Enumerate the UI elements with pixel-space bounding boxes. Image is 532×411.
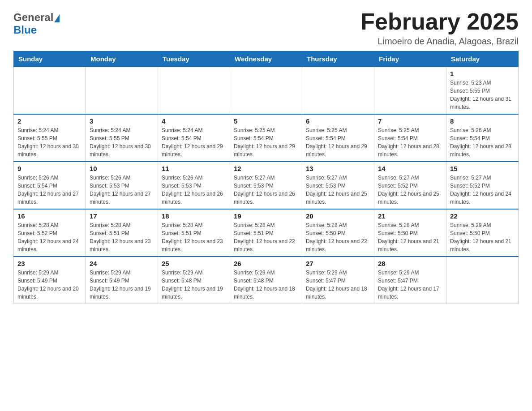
- day-cell-3-6: 22Sunrise: 5:29 AMSunset: 5:50 PMDayligh…: [446, 209, 519, 257]
- col-wednesday: Wednesday: [230, 51, 302, 67]
- day-cell-0-0: [14, 67, 86, 114]
- logo-general-text: General: [13, 11, 53, 24]
- day-cell-3-5: 21Sunrise: 5:28 AMSunset: 5:50 PMDayligh…: [374, 209, 446, 257]
- day-number: 27: [306, 260, 370, 267]
- day-number: 5: [234, 117, 298, 125]
- col-monday: Monday: [86, 51, 158, 67]
- day-info: Sunrise: 5:29 AMSunset: 5:48 PMDaylight:…: [234, 269, 298, 301]
- day-cell-0-6: 1Sunrise: 5:23 AMSunset: 5:55 PMDaylight…: [446, 67, 519, 114]
- day-cell-1-6: 8Sunrise: 5:26 AMSunset: 5:54 PMDaylight…: [446, 114, 519, 162]
- days-of-week-row: Sunday Monday Tuesday Wednesday Thursday…: [14, 51, 519, 67]
- day-info: Sunrise: 5:26 AMSunset: 5:53 PMDaylight:…: [90, 174, 154, 206]
- day-cell-0-1: [86, 67, 158, 114]
- day-info: Sunrise: 5:29 AMSunset: 5:47 PMDaylight:…: [306, 269, 370, 301]
- day-number: 14: [378, 165, 442, 172]
- day-info: Sunrise: 5:28 AMSunset: 5:51 PMDaylight:…: [234, 221, 298, 253]
- day-info: Sunrise: 5:26 AMSunset: 5:54 PMDaylight:…: [17, 174, 82, 206]
- day-cell-3-3: 19Sunrise: 5:28 AMSunset: 5:51 PMDayligh…: [230, 209, 302, 257]
- day-cell-4-1: 24Sunrise: 5:29 AMSunset: 5:49 PMDayligh…: [86, 257, 158, 304]
- day-cell-2-4: 13Sunrise: 5:27 AMSunset: 5:53 PMDayligh…: [302, 162, 374, 209]
- day-info: Sunrise: 5:28 AMSunset: 5:50 PMDaylight:…: [378, 221, 442, 253]
- col-saturday: Saturday: [446, 51, 519, 67]
- day-cell-1-0: 2Sunrise: 5:24 AMSunset: 5:55 PMDaylight…: [14, 114, 86, 162]
- day-number: 8: [450, 117, 515, 125]
- week-row-4: 16Sunrise: 5:28 AMSunset: 5:52 PMDayligh…: [14, 209, 519, 257]
- day-cell-4-2: 25Sunrise: 5:29 AMSunset: 5:48 PMDayligh…: [158, 257, 230, 304]
- day-cell-2-2: 11Sunrise: 5:26 AMSunset: 5:53 PMDayligh…: [158, 162, 230, 209]
- day-info: Sunrise: 5:27 AMSunset: 5:52 PMDaylight:…: [378, 174, 442, 206]
- col-friday: Friday: [374, 51, 446, 67]
- day-info: Sunrise: 5:28 AMSunset: 5:51 PMDaylight:…: [162, 221, 226, 253]
- day-info: Sunrise: 5:29 AMSunset: 5:47 PMDaylight:…: [378, 269, 442, 301]
- day-info: Sunrise: 5:25 AMSunset: 5:54 PMDaylight:…: [306, 126, 370, 158]
- day-info: Sunrise: 5:28 AMSunset: 5:50 PMDaylight:…: [306, 221, 370, 253]
- day-cell-4-0: 23Sunrise: 5:29 AMSunset: 5:49 PMDayligh…: [14, 257, 86, 304]
- day-info: Sunrise: 5:24 AMSunset: 5:54 PMDaylight:…: [162, 126, 226, 158]
- day-info: Sunrise: 5:28 AMSunset: 5:51 PMDaylight:…: [90, 221, 154, 253]
- day-info: Sunrise: 5:27 AMSunset: 5:53 PMDaylight:…: [234, 174, 298, 206]
- day-number: 7: [378, 117, 442, 125]
- day-cell-3-0: 16Sunrise: 5:28 AMSunset: 5:52 PMDayligh…: [14, 209, 86, 257]
- day-number: 28: [378, 260, 442, 267]
- day-number: 23: [17, 260, 82, 267]
- day-info: Sunrise: 5:24 AMSunset: 5:55 PMDaylight:…: [17, 126, 82, 158]
- day-cell-0-4: [302, 67, 374, 114]
- day-number: 12: [234, 165, 298, 172]
- day-info: Sunrise: 5:29 AMSunset: 5:50 PMDaylight:…: [450, 221, 515, 253]
- day-cell-3-4: 20Sunrise: 5:28 AMSunset: 5:50 PMDayligh…: [302, 209, 374, 257]
- day-number: 13: [306, 165, 370, 172]
- day-number: 4: [162, 117, 226, 125]
- day-cell-4-6: [446, 257, 519, 304]
- calendar-header: Sunday Monday Tuesday Wednesday Thursday…: [14, 51, 519, 67]
- day-info: Sunrise: 5:26 AMSunset: 5:53 PMDaylight:…: [162, 174, 226, 206]
- day-number: 6: [306, 117, 370, 125]
- day-info: Sunrise: 5:29 AMSunset: 5:49 PMDaylight:…: [90, 269, 154, 301]
- day-cell-3-2: 18Sunrise: 5:28 AMSunset: 5:51 PMDayligh…: [158, 209, 230, 257]
- day-cell-2-1: 10Sunrise: 5:26 AMSunset: 5:53 PMDayligh…: [86, 162, 158, 209]
- day-cell-1-3: 5Sunrise: 5:25 AMSunset: 5:54 PMDaylight…: [230, 114, 302, 162]
- day-cell-2-5: 14Sunrise: 5:27 AMSunset: 5:52 PMDayligh…: [374, 162, 446, 209]
- page-header: General Blue February 2025 Limoeiro de A…: [13, 9, 519, 47]
- day-info: Sunrise: 5:28 AMSunset: 5:52 PMDaylight:…: [17, 221, 82, 253]
- day-cell-1-2: 4Sunrise: 5:24 AMSunset: 5:54 PMDaylight…: [158, 114, 230, 162]
- day-cell-0-2: [158, 67, 230, 114]
- day-info: Sunrise: 5:25 AMSunset: 5:54 PMDaylight:…: [234, 126, 298, 158]
- day-info: Sunrise: 5:27 AMSunset: 5:52 PMDaylight:…: [450, 174, 515, 206]
- day-number: 3: [90, 117, 154, 125]
- day-cell-2-0: 9Sunrise: 5:26 AMSunset: 5:54 PMDaylight…: [14, 162, 86, 209]
- day-number: 16: [17, 212, 82, 220]
- day-number: 20: [306, 212, 370, 220]
- logo-blue-text: Blue: [13, 24, 37, 36]
- location-subtitle: Limoeiro de Anadia, Alagoas, Brazil: [360, 36, 519, 47]
- day-cell-3-1: 17Sunrise: 5:28 AMSunset: 5:51 PMDayligh…: [86, 209, 158, 257]
- day-number: 25: [162, 260, 226, 267]
- col-thursday: Thursday: [302, 51, 374, 67]
- calendar-table: Sunday Monday Tuesday Wednesday Thursday…: [13, 51, 519, 304]
- col-tuesday: Tuesday: [158, 51, 230, 67]
- day-cell-2-3: 12Sunrise: 5:27 AMSunset: 5:53 PMDayligh…: [230, 162, 302, 209]
- day-number: 11: [162, 165, 226, 172]
- day-number: 22: [450, 212, 515, 220]
- day-cell-4-3: 26Sunrise: 5:29 AMSunset: 5:48 PMDayligh…: [230, 257, 302, 304]
- day-info: Sunrise: 5:29 AMSunset: 5:49 PMDaylight:…: [17, 269, 82, 301]
- day-info: Sunrise: 5:26 AMSunset: 5:54 PMDaylight:…: [450, 126, 515, 158]
- week-row-2: 2Sunrise: 5:24 AMSunset: 5:55 PMDaylight…: [14, 114, 519, 162]
- day-info: Sunrise: 5:25 AMSunset: 5:54 PMDaylight:…: [378, 126, 442, 158]
- day-number: 9: [17, 165, 82, 172]
- day-cell-1-5: 7Sunrise: 5:25 AMSunset: 5:54 PMDaylight…: [374, 114, 446, 162]
- day-cell-2-6: 15Sunrise: 5:27 AMSunset: 5:52 PMDayligh…: [446, 162, 519, 209]
- day-cell-0-5: [374, 67, 446, 114]
- week-row-3: 9Sunrise: 5:26 AMSunset: 5:54 PMDaylight…: [14, 162, 519, 209]
- day-number: 17: [90, 212, 154, 220]
- month-title: February 2025: [360, 9, 519, 34]
- logo: General Blue: [13, 9, 59, 36]
- day-cell-1-4: 6Sunrise: 5:25 AMSunset: 5:54 PMDaylight…: [302, 114, 374, 162]
- day-info: Sunrise: 5:27 AMSunset: 5:53 PMDaylight:…: [306, 174, 370, 206]
- day-number: 21: [378, 212, 442, 220]
- day-number: 26: [234, 260, 298, 267]
- day-number: 2: [17, 117, 82, 125]
- day-cell-0-3: [230, 67, 302, 114]
- calendar-body: 1Sunrise: 5:23 AMSunset: 5:55 PMDaylight…: [14, 67, 519, 304]
- col-sunday: Sunday: [14, 51, 86, 67]
- logo-triangle-icon: [54, 14, 60, 22]
